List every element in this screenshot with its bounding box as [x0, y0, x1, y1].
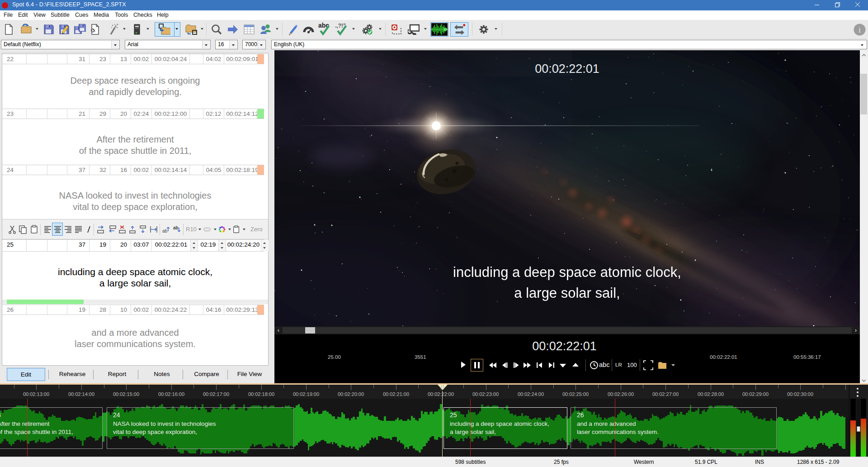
svg-text:i: i [859, 26, 861, 34]
svg-text:ab: ab [162, 229, 168, 234]
svg-text:ab: ab [173, 225, 179, 230]
